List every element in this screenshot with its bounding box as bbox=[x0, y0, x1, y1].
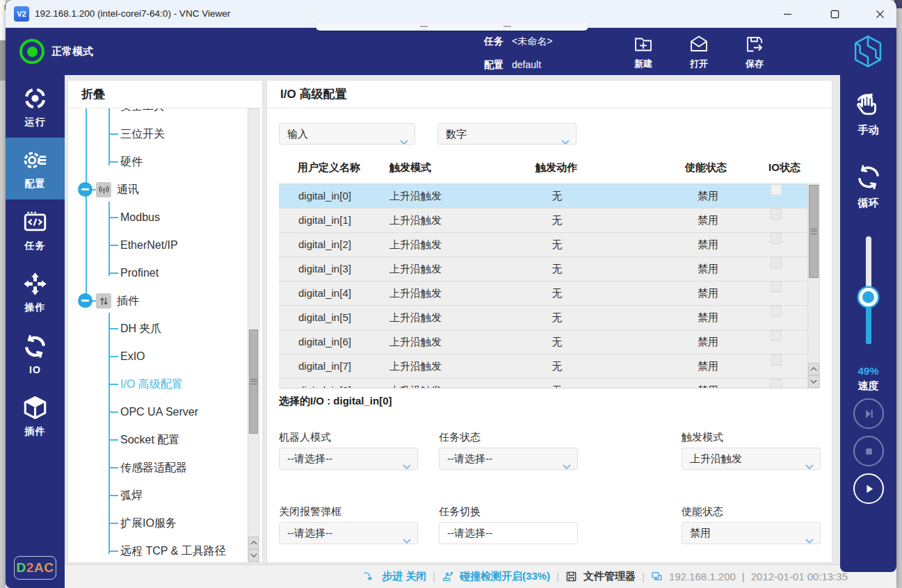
tree-header[interactable]: 折叠 bbox=[68, 81, 262, 108]
table-row[interactable]: digital_in[8]上升沿触发无禁用 bbox=[279, 379, 807, 389]
table-row[interactable]: digital_in[6]上升沿触发无禁用 bbox=[279, 330, 807, 354]
tree-scroll-up-button[interactable] bbox=[248, 537, 259, 549]
maximize-button[interactable] bbox=[818, 0, 851, 28]
tree-item[interactable]: 传感器适配器 bbox=[120, 459, 187, 477]
tree-item[interactable]: DH 夹爪 bbox=[120, 320, 162, 338]
screen: 刂 V2 192.168.1.200 (intel-corei7-64:0) -… bbox=[0, 0, 902, 588]
tree-connector-line bbox=[108, 495, 118, 496]
tree-item[interactable]: OPC UA Server bbox=[120, 403, 198, 421]
manual-mode-button[interactable]: 手动 bbox=[840, 90, 896, 137]
chevron-down-icon bbox=[805, 530, 814, 536]
sidebar-item-io[interactable]: IO bbox=[6, 323, 65, 385]
form-field-dropdown[interactable]: --请选择-- bbox=[279, 448, 418, 470]
io-state-checkbox[interactable] bbox=[771, 379, 782, 389]
open-button[interactable]: 打开 bbox=[675, 31, 723, 73]
new-button[interactable]: 新建 bbox=[619, 31, 668, 73]
io-state-checkbox[interactable] bbox=[771, 281, 782, 293]
io-state-checkbox[interactable] bbox=[771, 354, 782, 366]
filter-dropdown-2[interactable]: 数字 bbox=[437, 123, 577, 145]
vnc-toolbar-handle[interactable] bbox=[316, 22, 588, 31]
table-row[interactable]: digital_in[0]上升沿触发无禁用 bbox=[279, 184, 807, 209]
io-state-checkbox[interactable] bbox=[771, 209, 782, 220]
tree-item[interactable]: 扩展IO服务 bbox=[120, 514, 177, 532]
stop-button[interactable] bbox=[853, 436, 884, 466]
io-name: digital_in[6] bbox=[298, 330, 351, 354]
step-status[interactable]: 步进 关闭 bbox=[382, 570, 426, 583]
form-field-dropdown[interactable]: --请选择-- bbox=[439, 448, 578, 470]
table-row[interactable]: digital_in[4]上升沿触发无禁用 bbox=[279, 281, 807, 306]
tree-item[interactable]: 弧焊 bbox=[120, 487, 143, 505]
tree-item[interactable]: 安全工具 bbox=[120, 108, 165, 115]
tree-collapse-toggle[interactable] bbox=[78, 182, 92, 197]
form-field-value: --请选择-- bbox=[447, 452, 492, 464]
io-state-checkbox[interactable] bbox=[771, 233, 782, 244]
io-state-checkbox[interactable] bbox=[771, 184, 782, 195]
selected-io-label: 选择的I/O : digital_in[0] bbox=[279, 395, 392, 408]
tree-connector-line bbox=[86, 108, 87, 306]
tree-connector-line bbox=[108, 467, 118, 468]
form-field-dropdown[interactable]: 禁用 bbox=[682, 522, 821, 544]
table-row[interactable]: digital_in[5]上升沿触发无禁用 bbox=[279, 306, 807, 330]
ip-address: 192.168.1.200 bbox=[669, 571, 736, 582]
sidebar-item-plugin[interactable]: 插件 bbox=[6, 385, 65, 447]
tree-item[interactable]: 三位开关 bbox=[120, 125, 165, 143]
tree-item[interactable]: 硬件 bbox=[120, 153, 143, 171]
sidebar-item-config[interactable]: 配置 bbox=[6, 138, 65, 199]
tree-item[interactable]: EtherNet/IP bbox=[120, 236, 178, 254]
filter-dropdown-1[interactable]: 输入 bbox=[279, 123, 415, 145]
table-row[interactable]: digital_in[3]上升沿触发无禁用 bbox=[279, 257, 807, 281]
tree-scrollbar[interactable] bbox=[248, 108, 259, 562]
tree-item[interactable]: Socket 配置 bbox=[120, 431, 179, 449]
sidebar-item-run[interactable]: 运行 bbox=[6, 76, 65, 138]
play-button[interactable] bbox=[853, 473, 884, 504]
tree-connector-line bbox=[108, 523, 118, 524]
file-manager-button[interactable]: 文件管理器 bbox=[583, 570, 636, 583]
io-state-checkbox[interactable] bbox=[771, 257, 782, 268]
tree-scroll-down-button[interactable] bbox=[248, 549, 259, 562]
form-field-input[interactable]: --请选择-- bbox=[439, 522, 578, 544]
tree-item[interactable]: Modbus bbox=[120, 209, 160, 227]
minimize-button[interactable] bbox=[771, 0, 804, 28]
table-scroll-down-button[interactable] bbox=[808, 375, 819, 388]
cycle-mode-button[interactable]: 循环 bbox=[840, 163, 896, 210]
io-name: digital_in[8] bbox=[298, 379, 351, 389]
sidebar-item-operate[interactable]: 操作 bbox=[6, 261, 65, 323]
tree-item[interactable]: 远程 TCP & 工具路径 bbox=[120, 542, 226, 560]
trigger-action: 无 bbox=[508, 379, 606, 389]
tree-item[interactable]: 通讯 bbox=[117, 181, 139, 199]
tree-connector-line bbox=[108, 245, 118, 246]
trigger-mode: 上升沿触发 bbox=[389, 184, 442, 208]
table-scroll-up-button[interactable] bbox=[808, 363, 819, 375]
collision-robot-icon bbox=[442, 571, 453, 582]
speed-slider-thumb[interactable] bbox=[859, 288, 878, 307]
table-row[interactable]: digital_in[1]上升沿触发无禁用 bbox=[279, 209, 807, 233]
table-scrollbar-thumb[interactable] bbox=[809, 185, 819, 278]
enable-state: 禁用 bbox=[659, 379, 757, 389]
form-field-dropdown[interactable]: --请选择-- bbox=[279, 522, 418, 544]
enable-state: 禁用 bbox=[659, 281, 757, 305]
tree-item[interactable]: Profinet bbox=[120, 264, 159, 282]
tree-item[interactable]: ExIO bbox=[120, 348, 145, 366]
table-row[interactable]: digital_in[2]上升沿触发无禁用 bbox=[279, 233, 807, 257]
collision-status[interactable]: 碰撞检测开启(33%) bbox=[460, 570, 550, 583]
step-icon bbox=[364, 571, 376, 582]
sidebar-item-task[interactable]: 任务 bbox=[6, 199, 65, 261]
form-field-dropdown[interactable]: 上升沿触发 bbox=[682, 448, 821, 470]
table-row[interactable]: digital_in[7]上升沿触发无禁用 bbox=[279, 354, 807, 379]
brand-letter: 2 bbox=[26, 560, 34, 575]
sidebar-item-label: 插件 bbox=[25, 425, 46, 438]
background-window-sliver: 刂 bbox=[0, 0, 6, 588]
table-scrollbar[interactable] bbox=[807, 183, 820, 389]
io-state-checkbox[interactable] bbox=[771, 306, 782, 317]
tree-item[interactable]: 插件 bbox=[117, 292, 139, 310]
io-state-checkbox[interactable] bbox=[771, 330, 782, 341]
save-button[interactable]: 保存 bbox=[730, 31, 779, 73]
close-button[interactable] bbox=[863, 0, 896, 28]
tree-collapse-toggle[interactable] bbox=[78, 293, 92, 308]
mode-label: 正常模式 bbox=[51, 28, 93, 75]
tree-scrollbar-thumb[interactable] bbox=[249, 329, 258, 434]
tree-item[interactable]: I/O 高级配置 bbox=[120, 375, 183, 393]
brand-badge: D2AC bbox=[14, 556, 56, 580]
trigger-action: 无 bbox=[508, 330, 606, 354]
step-run-button[interactable] bbox=[853, 398, 884, 429]
